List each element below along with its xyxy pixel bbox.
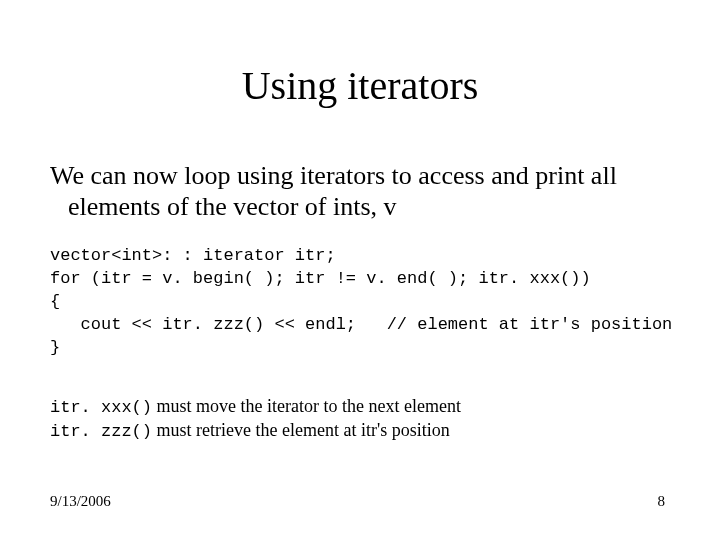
code-line-2: for (itr = v. begin( ); itr != v. end( )… <box>50 269 591 288</box>
note-line-2: itr. zzz() must retrieve the element at … <box>50 419 670 443</box>
note-text-2: must retrieve the element at itr's posit… <box>152 420 450 440</box>
body-text: We can now loop using iterators to acces… <box>50 160 670 222</box>
slide-title: Using iterators <box>0 62 720 109</box>
footer-date: 9/13/2006 <box>50 493 111 510</box>
note-code-2: itr. zzz() <box>50 422 152 441</box>
footer-page-number: 8 <box>658 493 666 510</box>
body-paragraph: We can now loop using iterators to acces… <box>50 160 670 222</box>
code-block: vector<int>: : iterator itr; for (itr = … <box>50 245 690 360</box>
code-line-4: cout << itr. zzz() << endl; // element a… <box>50 315 672 334</box>
code-line-5: } <box>50 338 60 357</box>
note-text-1: must move the iterator to the next eleme… <box>152 396 461 416</box>
slide: Using iterators We can now loop using it… <box>0 0 720 540</box>
note-code-1: itr. xxx() <box>50 398 152 417</box>
code-line-3: { <box>50 292 60 311</box>
note-line-1: itr. xxx() must move the iterator to the… <box>50 395 670 419</box>
code-line-1: vector<int>: : iterator itr; <box>50 246 336 265</box>
notes-block: itr. xxx() must move the iterator to the… <box>50 395 670 443</box>
